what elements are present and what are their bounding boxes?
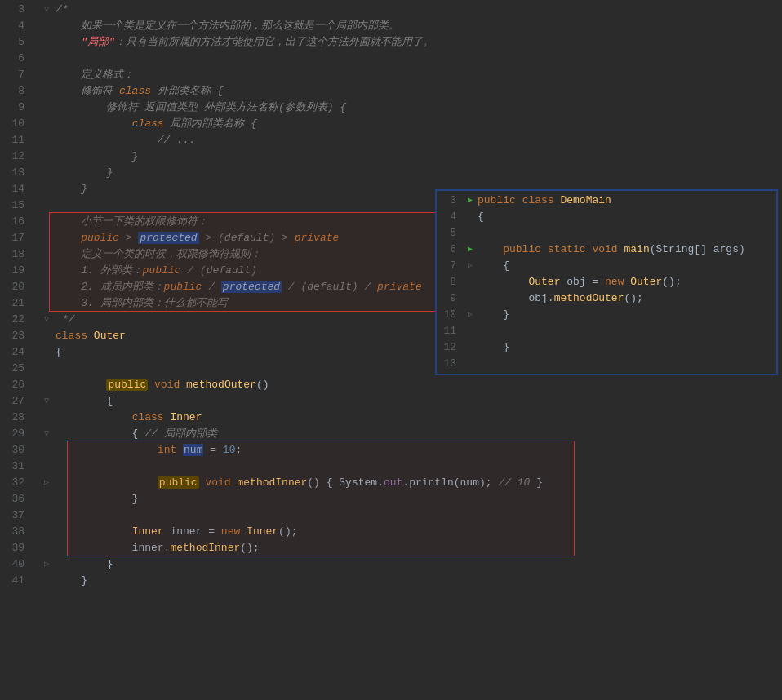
code-line-37 [38,507,782,524]
popup-line-6: 6 ▶ public static void main(String[] arg… [437,241,776,258]
code-line-13: } [38,165,782,181]
code-line-40: ▷ } [38,556,782,573]
code-line-5: "局部"：只有当前所属的方法才能使用它，出了这个方法外面就不能用了。 [38,34,782,51]
code-line-11: // ... [38,132,782,148]
popup-window: 3 ▶ public class DemoMain 4 { 5 [435,189,778,375]
code-line-26: public void methodOuter() [38,377,782,393]
popup-arrow-3: ▶ [463,193,478,209]
code-line-9: 修饰符 返回值类型 外部类方法名称(参数列表) { [38,100,782,116]
editor: 3 4 5 6 7 8 9 10 11 12 13 14 15 16 17 18… [0,0,782,700]
code-line-3: ▽ /* [38,2,782,18]
fold-icon-3[interactable]: ▽ [38,2,56,18]
popup-arrow-6: ▶ [463,241,478,258]
code-line-10: class 局部内部类名称 { [38,116,782,132]
popup-line-13: 13 [437,356,776,372]
code-line-6 [38,51,782,67]
line-numbers: 3 4 5 6 7 8 9 10 11 12 13 14 15 16 17 18… [0,0,31,700]
code-line-4: 如果一个类是定义在一个方法内部的，那么这就是一个局部内部类。 [38,18,782,34]
code-line-7: 定义格式： [38,67,782,83]
code-line-32: ▷ public void methodInner() { System.out… [38,475,782,491]
fold-icon-27[interactable]: ▽ [38,393,56,410]
fold-icon-40[interactable]: ▷ [38,556,56,573]
code-line-30: int num = 10; [38,442,782,459]
code-line-28: class Inner [38,410,782,426]
popup-line-7: 7 ▷ { [437,258,776,274]
code-line-29: ▽ { // 局部内部类 [38,426,782,442]
popup-line-10: 10 ▷ } [437,307,776,323]
popup-line-5: 5 [437,225,776,241]
popup-fold-10[interactable]: ▷ [463,307,478,323]
code-line-41: } [38,573,782,589]
code-area[interactable]: ▽ /* 如果一个类是定义在一个方法内部的，那么这就是一个局部内部类。 "局部"… [31,0,782,700]
code-line-12: } [38,148,782,165]
fold-icon-22[interactable]: ▽ [38,312,56,328]
popup-line-4: 4 { [437,209,776,225]
fold-icon-32[interactable]: ▷ [38,475,56,491]
popup-line-3: 3 ▶ public class DemoMain [437,193,776,209]
code-line-36: } [38,491,782,507]
code-line-27: ▽ { [38,393,782,410]
code-line-38: Inner inner = new Inner(); [38,524,782,540]
fold-icon-29[interactable]: ▽ [38,426,56,442]
code-line-39: inner.methodInner(); [38,540,782,556]
popup-line-11: 11 [437,323,776,339]
code-line-31 [38,459,782,475]
popup-line-8: 8 Outer obj = new Outer(); [437,274,776,290]
popup-line-9: 9 obj.methodOuter(); [437,290,776,307]
popup-line-12: 12 } [437,339,776,356]
popup-fold-7[interactable]: ▷ [463,258,478,274]
popup-content: 3 ▶ public class DemoMain 4 { 5 [437,191,776,374]
code-line-8: 修饰符 class 外部类名称 { [38,83,782,100]
